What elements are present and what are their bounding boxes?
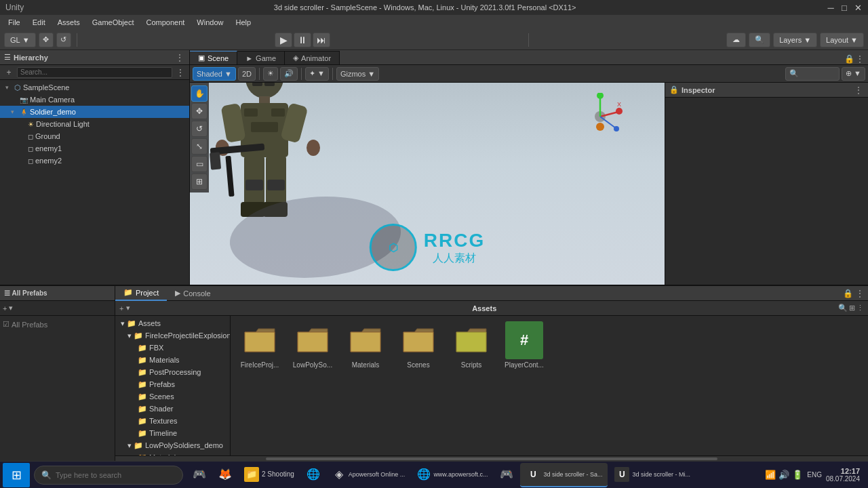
scene-shading-button[interactable]: Shaded ▼ (193, 67, 236, 81)
menu-help[interactable]: Help (230, 17, 256, 28)
asset-item-scripts[interactable]: Scripts (448, 321, 495, 369)
prefabs-add[interactable]: + (3, 304, 7, 312)
expand-icon: ▾ (127, 331, 132, 340)
assets-options[interactable]: ⋮ (856, 304, 864, 312)
close-button[interactable]: ✕ (853, 3, 863, 12)
svg-point-24 (616, 108, 623, 115)
move-tool-button[interactable]: ✥ (39, 33, 54, 47)
assets-scrollbar[interactable] (115, 455, 868, 461)
asset-tree-timeline[interactable]: 📁 Timeline (115, 427, 230, 439)
asset-tree-lowpoly[interactable]: ▾ 📁 LowPolySoldiers_demo (115, 439, 230, 451)
lang-label: ENG (807, 471, 822, 479)
bottom-tab-lock[interactable]: 🔒 (842, 288, 853, 299)
menu-edit[interactable]: Edit (27, 17, 51, 28)
project-tab-icon: 📁 (123, 288, 133, 297)
tree-item-enemy2[interactable]: ◻ enemy2 (0, 155, 189, 167)
center-area: ▣ Scene ► Game ◈ Animator 🔒 ⋮ Shaded (190, 50, 868, 285)
asset-tree-fbx[interactable]: 📁 FBX (115, 342, 230, 354)
menu-gameobject[interactable]: GameObject (87, 17, 140, 28)
rotate-tool-button[interactable]: ↺ (56, 33, 71, 47)
assets-view[interactable]: ⊞ (849, 304, 855, 312)
taskbar-app-unity-scene[interactable]: U 3d side scroller - Sa... (520, 463, 608, 487)
maximize-button[interactable]: □ (840, 3, 849, 12)
taskbar-app-browser[interactable]: 🦊 (213, 463, 237, 487)
taskbar-app-chrome[interactable]: 🌐 (301, 463, 326, 487)
collab-button[interactable]: ☁ (726, 33, 746, 47)
scene-viewport[interactable]: ✋ ✥ ↺ ⤡ ▭ ⊞ (190, 83, 665, 285)
scene-tab-more[interactable]: ⋮ (854, 54, 865, 64)
asset-item-scenes[interactable]: Scenes (395, 321, 442, 369)
tree-item-samplescene[interactable]: ▾ ⬡ SampleScene (0, 81, 189, 94)
hierarchy-add-button[interactable]: + (3, 66, 15, 79)
tab-game[interactable]: ► Game (237, 51, 285, 64)
menu-file[interactable]: File (3, 17, 26, 28)
taskbar-app-shooting[interactable]: 📁 2 Shooting (239, 463, 300, 487)
svg-rect-21 (225, 156, 234, 197)
tab-console[interactable]: ▶ Console (167, 286, 218, 301)
asset-item-lowpoly[interactable]: LowPolySo... (289, 321, 336, 369)
scene-add-button[interactable]: ⊕ ▼ (842, 67, 865, 81)
scene-search-field[interactable]: 🔍 (785, 67, 840, 81)
asset-item-fireice[interactable]: FireIceProj... (236, 321, 283, 369)
scene-audio-button[interactable]: 🔊 (280, 67, 298, 81)
layers-button[interactable]: Layers ▼ (773, 33, 817, 47)
start-button[interactable]: ⊞ (3, 463, 30, 487)
play-button[interactable]: ▶ (275, 33, 292, 47)
taskbar-app-apowersoft[interactable]: ◈ Apowersoft Online ... (327, 463, 411, 487)
asset-tree-textures[interactable]: 📁 Textures (115, 415, 230, 427)
taskbar-app-unity-meta[interactable]: U 3d side scroller - Mi... (609, 463, 696, 487)
asset-tree-shader[interactable]: 📁 Shader (115, 403, 230, 415)
scene-gizmo[interactable]: X Y (576, 93, 624, 140)
assets-search[interactable]: 🔍 (838, 304, 848, 312)
bottom-tab-more[interactable]: ⋮ (854, 288, 865, 299)
asset-item-materials[interactable]: Materials (342, 321, 389, 369)
tree-item-maincamera[interactable]: 📷 Main Camera (0, 94, 189, 106)
all-prefabs-item[interactable]: ☑ All Prefabs (3, 319, 112, 330)
tab-animator[interactable]: ◈ Animator (285, 51, 340, 64)
search-input[interactable] (56, 471, 176, 479)
asset-item-playercontroller[interactable]: # PlayerCont... (500, 321, 548, 369)
asset-tree-fireice[interactable]: ▾ 📁 FireIceProjectileExplosion (115, 329, 230, 342)
tree-item-enemy1[interactable]: ◻ enemy1 (0, 142, 189, 155)
pause-button[interactable]: ⏸ (294, 33, 311, 47)
step-button[interactable]: ⏭ (313, 33, 330, 47)
taskbar-app-unity-icon[interactable]: 🎮 (187, 463, 212, 487)
play-controls: ▶ ⏸ ⏭ (275, 33, 330, 47)
scene-light-button[interactable]: ☀ (263, 67, 278, 81)
asset-tree-postprocessing[interactable]: 📁 PostProcessing (115, 366, 230, 378)
layout-button[interactable]: Layout ▼ (820, 33, 864, 47)
project-tab-label: Project (136, 289, 159, 297)
hierarchy-more-button[interactable]: ⋮ (174, 66, 186, 79)
assets-add[interactable]: + (119, 304, 123, 312)
tab-scene[interactable]: ▣ Scene (190, 51, 237, 64)
menu-assets[interactable]: Assets (52, 17, 85, 28)
menu-window[interactable]: Window (191, 17, 229, 28)
asset-tree-scenes[interactable]: 📁 Scenes (115, 390, 230, 403)
tree-item-ground[interactable]: ◻ Ground (0, 130, 189, 142)
asset-tree-assets[interactable]: ▾ 📁 Assets (115, 317, 230, 329)
tab-project[interactable]: 📁 Project (115, 286, 167, 301)
tree-item-soldier-demo[interactable]: ▾ 🧍 Soldier_demo (0, 106, 189, 118)
main-toolbar: GL ▼ ✥ ↺ ▶ ⏸ ⏭ ☁ 🔍 Layers ▼ Layout ▼ (0, 30, 868, 50)
gl-button[interactable]: GL ▼ (4, 33, 36, 47)
taskbar-app-apowersoft-web[interactable]: 🌐 www.apowersoft.c... (412, 463, 493, 487)
tree-item-directionallight[interactable]: ☀ Directional Light (0, 118, 189, 130)
scene-tab-lock[interactable]: 🔒 (844, 54, 854, 64)
scene-gizmos-button[interactable]: Gizmos ▼ (336, 67, 379, 81)
taskbar-app-unity-game[interactable]: 🎮 (494, 463, 519, 487)
hierarchy-options-button[interactable]: ⋮ (174, 52, 185, 63)
scene-2d-button[interactable]: 2D (238, 67, 256, 81)
prefabs-title: ☰ All Prefabs (4, 289, 111, 297)
asset-tree-materials[interactable]: 📁 Materials (115, 354, 230, 366)
prefabs-toolbar: + ▾ (0, 301, 115, 316)
minimize-button[interactable]: ─ (826, 3, 835, 12)
menu-component[interactable]: Component (140, 17, 190, 28)
assets-filter[interactable]: ▾ (126, 304, 130, 312)
asset-tree-prefabs[interactable]: 📁 Prefabs (115, 378, 230, 390)
inspector-options-button[interactable]: ⋮ (853, 85, 864, 96)
prefabs-filter[interactable]: ▾ (9, 304, 13, 312)
search-button[interactable]: 🔍 (749, 33, 770, 47)
scene-fx-button[interactable]: ✦ ▼ (305, 67, 329, 81)
taskbar-search[interactable]: 🔍 (34, 466, 183, 485)
hierarchy-search[interactable] (17, 67, 172, 78)
